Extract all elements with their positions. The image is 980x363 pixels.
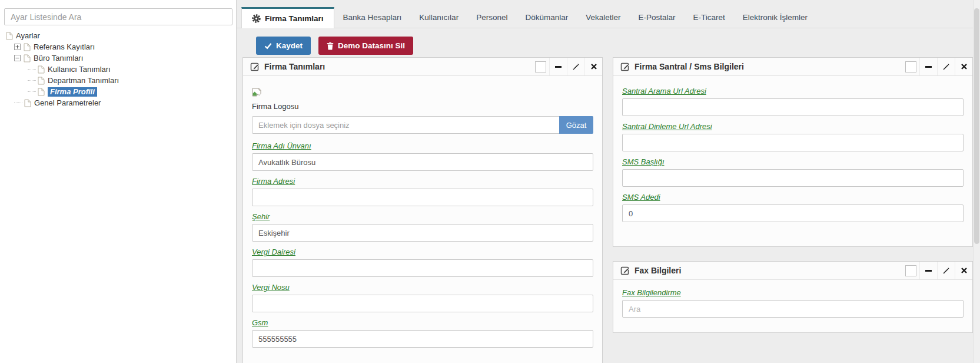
minus-icon (925, 270, 932, 272)
close-button[interactable] (584, 58, 602, 75)
tree-connector (28, 91, 36, 92)
tab-dokumanlar[interactable]: Dökümanlar (516, 8, 577, 28)
panel-header: Fax Bilgileri (613, 262, 972, 280)
field-label-sehir[interactable]: Şehir (252, 212, 270, 221)
field-input-santral-dinleme-url[interactable] (622, 134, 964, 151)
expand-button[interactable] (567, 58, 584, 75)
field-input-gsm[interactable] (252, 330, 593, 348)
field-label-vergi-nosu[interactable]: Vergi Nosu (252, 283, 290, 292)
tree-item-kullanici-tanimlari[interactable]: Kullanıcı Tanımları (0, 64, 236, 75)
tab-kullanicilar[interactable]: Kullanıcılar (410, 8, 467, 28)
panel-title: Firma Tanımları (264, 62, 535, 71)
form-group: Firma Adı Ünvanı (252, 141, 593, 171)
panel-controls (905, 58, 972, 75)
field-input-sms-adedi[interactable] (622, 204, 964, 222)
edit-icon (620, 266, 630, 275)
field-input-fax-bilgilendirme[interactable] (622, 300, 964, 318)
check-icon (264, 42, 272, 50)
gear-icon (252, 14, 261, 23)
collapse-minus-icon[interactable] (14, 55, 21, 61)
logo-file-input[interactable] (252, 116, 593, 134)
tree-item-ayarlar[interactable]: Ayarlar (0, 30, 236, 41)
field-label-fax-bilgilendirme[interactable]: Fax Bilgilendirme (622, 288, 681, 297)
field-label-firma-adi-unvani[interactable]: Firma Adı Ünvanı (252, 141, 311, 150)
tree-item-referans-kayitlari[interactable]: Referans Kayıtları (0, 41, 236, 52)
close-icon (961, 268, 967, 273)
expand-button[interactable] (937, 58, 955, 75)
save-button-label: Kaydet (276, 41, 303, 50)
tree-item-firma-profili[interactable]: Firma Profili (0, 86, 236, 97)
panel-header: Firma Tanımları (243, 58, 602, 76)
panel-body: Firma Logosu Gözat Firma Adı Ünvanı Firm… (243, 76, 602, 362)
save-button[interactable]: Kaydet (256, 37, 311, 55)
tab-eticaret[interactable]: E-Ticaret (685, 8, 734, 28)
tab-personel[interactable]: Personel (467, 8, 516, 28)
search-input[interactable] (4, 8, 232, 25)
expand-arrows-icon (942, 267, 950, 275)
file-icon (24, 99, 31, 107)
delete-demo-data-label: Demo Datasını Sil (338, 41, 405, 50)
panel-title: Firma Santral / Sms Bilgileri (634, 62, 905, 71)
expand-plus-icon[interactable] (14, 44, 21, 50)
tree-item-label: Genel Parametreler (34, 98, 101, 107)
expand-arrows-icon (942, 63, 950, 71)
trash-icon (327, 42, 334, 50)
tab-elektronik-islemler[interactable]: Elektronik İşlemler (734, 8, 816, 28)
delete-demo-data-button[interactable]: Demo Datasını Sil (318, 37, 413, 55)
tree-item-buro-tanimlari[interactable]: Büro Tanımları (0, 52, 236, 64)
panel-select-checkbox[interactable] (905, 61, 916, 72)
panel-firma-tanimlari: Firma Tanımları Firma Logosu Gözat Firma… (242, 57, 603, 363)
collapse-button[interactable] (549, 58, 567, 75)
logo-file-group: Gözat (252, 116, 593, 134)
vertical-scrollbar[interactable] (973, 0, 980, 363)
settings-tree: Ayarlar Referans Kayıtları Büro Tanımlar… (0, 30, 236, 108)
file-icon (38, 88, 45, 96)
form-group: Santral Dinleme Url Adresi (622, 122, 964, 151)
panel-select-checkbox[interactable] (905, 265, 916, 276)
tab-vekaletler[interactable]: Vekaletler (577, 8, 629, 28)
panel-select-checkbox[interactable] (535, 61, 546, 72)
tab-epostalar[interactable]: E-Postalar (630, 8, 685, 28)
field-label-sms-basligi[interactable]: SMS Başlığı (622, 157, 665, 166)
tree-connector (28, 69, 36, 70)
field-input-sms-basligi[interactable] (622, 169, 964, 187)
close-button[interactable] (955, 262, 972, 279)
tab-banka-hesaplari[interactable]: Banka Hesapları (334, 8, 411, 28)
field-input-vergi-nosu[interactable] (252, 295, 593, 312)
form-group: Firma Adresi (252, 177, 593, 206)
panel-body: Santral Arama Url Adresi Santral Dinleme… (613, 76, 972, 236)
tree-item-departman-tanimlari[interactable]: Departman Tanımları (0, 75, 236, 86)
field-label-vergi-dairesi[interactable]: Vergi Dairesi (252, 248, 295, 256)
panel-header: Firma Santral / Sms Bilgileri (613, 58, 972, 76)
panel-title: Fax Bilgileri (634, 266, 905, 275)
field-label-santral-dinleme-url[interactable]: Santral Dinleme Url Adresi (622, 122, 712, 131)
expand-button[interactable] (937, 262, 955, 279)
minus-icon (555, 66, 562, 68)
panel-fax-bilgileri: Fax Bilgileri Fax Bilgilendirme (613, 261, 973, 333)
field-input-firma-adresi[interactable] (252, 189, 593, 206)
field-label-firma-adresi[interactable]: Firma Adresi (252, 177, 295, 186)
field-input-sehir[interactable] (252, 224, 593, 242)
browse-button[interactable]: Gözat (559, 116, 593, 134)
field-label-sms-adedi[interactable]: SMS Adedi (622, 193, 660, 202)
collapse-button[interactable] (919, 262, 937, 279)
field-input-santral-arama-url[interactable] (622, 98, 964, 116)
form-group: Santral Arama Url Adresi (622, 87, 964, 116)
field-input-vergi-dairesi[interactable] (252, 259, 593, 277)
file-icon (24, 43, 31, 51)
field-input-firma-adi-unvani[interactable] (252, 153, 593, 171)
form-group: Gsm (252, 318, 593, 348)
tree-item-label: Büro Tanımları (34, 54, 83, 62)
field-label-gsm[interactable]: Gsm (252, 318, 268, 327)
tab-firma-tanimlari[interactable]: Firma Tanımları (241, 7, 334, 28)
field-label-santral-arama-url[interactable]: Santral Arama Url Adresi (622, 87, 706, 95)
edit-icon (620, 62, 630, 71)
scrollbar-thumb[interactable] (974, 8, 979, 244)
close-button[interactable] (955, 58, 972, 75)
panel-firma-santral-sms: Firma Santral / Sms Bilgileri Santral Ar… (613, 57, 973, 247)
tree-item-genel-parametreler[interactable]: Genel Parametreler (0, 97, 236, 108)
collapse-button[interactable] (919, 58, 937, 75)
tree-connector (28, 80, 36, 81)
panel-controls (535, 58, 602, 75)
panel-body: Fax Bilgilendirme (613, 280, 972, 332)
